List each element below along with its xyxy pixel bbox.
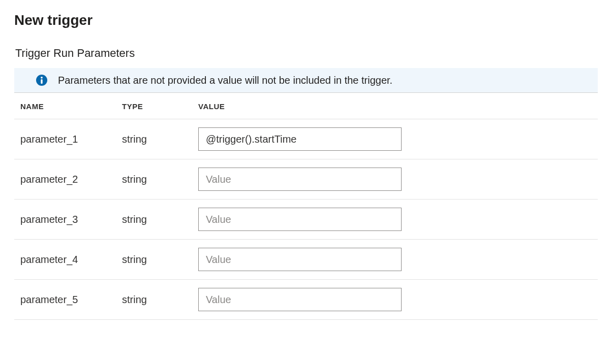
param-value-cell bbox=[192, 159, 598, 200]
param-value-input[interactable] bbox=[198, 248, 402, 271]
table-row: parameter_4 string bbox=[14, 240, 598, 280]
param-type: string bbox=[116, 159, 192, 200]
param-value-input[interactable] bbox=[198, 208, 402, 231]
param-name: parameter_1 bbox=[14, 119, 116, 159]
param-type: string bbox=[116, 240, 192, 280]
col-header-name: NAME bbox=[14, 93, 116, 119]
table-row: parameter_2 string bbox=[14, 159, 598, 200]
param-type: string bbox=[116, 119, 192, 159]
param-value-cell bbox=[192, 200, 598, 240]
param-value-cell bbox=[192, 119, 598, 159]
info-banner: Parameters that are not provided a value… bbox=[14, 68, 598, 93]
section-title: Trigger Run Parameters bbox=[14, 47, 598, 60]
param-name: parameter_4 bbox=[14, 240, 116, 280]
svg-point-1 bbox=[41, 77, 43, 79]
svg-rect-2 bbox=[41, 79, 42, 84]
param-value-input[interactable] bbox=[198, 288, 402, 311]
param-type: string bbox=[116, 280, 192, 320]
param-value-cell bbox=[192, 240, 598, 280]
table-row: parameter_5 string bbox=[14, 280, 598, 320]
table-row: parameter_1 string bbox=[14, 119, 598, 159]
col-header-value: VALUE bbox=[192, 93, 598, 119]
param-type: string bbox=[116, 200, 192, 240]
info-icon bbox=[36, 74, 48, 86]
param-value-input[interactable] bbox=[198, 168, 402, 191]
param-name: parameter_5 bbox=[14, 280, 116, 320]
param-name: parameter_3 bbox=[14, 200, 116, 240]
param-name: parameter_2 bbox=[14, 159, 116, 200]
parameters-table: NAME TYPE VALUE parameter_1 string param… bbox=[14, 93, 598, 320]
info-banner-text: Parameters that are not provided a value… bbox=[58, 75, 392, 86]
table-header-row: NAME TYPE VALUE bbox=[14, 93, 598, 119]
page-title: New trigger bbox=[14, 12, 598, 28]
param-value-cell bbox=[192, 280, 598, 320]
col-header-type: TYPE bbox=[116, 93, 192, 119]
table-row: parameter_3 string bbox=[14, 200, 598, 240]
param-value-input[interactable] bbox=[198, 127, 402, 151]
